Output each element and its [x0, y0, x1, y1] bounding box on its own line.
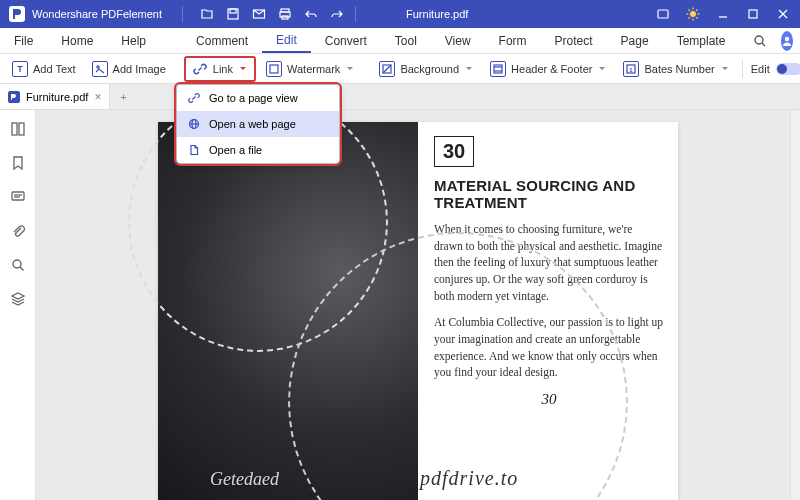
- chevron-down-icon[interactable]: [597, 64, 607, 74]
- save-icon[interactable]: [225, 6, 241, 22]
- add-image-button[interactable]: Add Image: [86, 58, 172, 80]
- watermark-icon: [266, 61, 282, 77]
- add-text-label: Add Text: [33, 63, 76, 75]
- vertical-scrollbar[interactable]: [790, 110, 800, 500]
- link-dropdown-menu: Go to a page view Open a web page Open a…: [176, 84, 340, 164]
- open-file-icon[interactable]: [199, 6, 215, 22]
- image-icon: [92, 61, 108, 77]
- edit-read-toggle[interactable]: [776, 63, 800, 75]
- menu-edit[interactable]: Edit: [262, 28, 311, 53]
- document-tabstrip: Furniture.pdf × +: [0, 84, 800, 110]
- document-canvas[interactable]: 30 MATERIAL SOURCING AND TREATMENT When …: [36, 110, 800, 500]
- svg-line-16: [696, 10, 697, 11]
- tab-label: Furniture.pdf: [26, 91, 88, 103]
- link-menu-goto-page[interactable]: Go to a page view: [177, 85, 339, 111]
- redo-icon[interactable]: [329, 6, 345, 22]
- title-bar: Wondershare PDFelement Furniture.pdf: [0, 0, 800, 28]
- link-file-icon: [187, 143, 201, 157]
- toolbar-right: Edit Read: [740, 60, 800, 78]
- new-tab-button[interactable]: +: [110, 84, 136, 109]
- menu-template[interactable]: Template: [663, 28, 740, 53]
- bates-number-button[interactable]: 1 Bates Number: [617, 58, 735, 80]
- maximize-icon[interactable]: [744, 5, 762, 23]
- svg-rect-18: [749, 10, 757, 18]
- svg-rect-2: [230, 9, 236, 13]
- search-panel-icon[interactable]: [9, 256, 27, 274]
- chevron-down-icon[interactable]: [345, 64, 355, 74]
- menu-view[interactable]: View: [431, 28, 485, 53]
- title-filename: Furniture.pdf: [406, 8, 468, 20]
- cloud-icon[interactable]: [654, 5, 672, 23]
- link-button[interactable]: Link: [186, 58, 254, 80]
- menu-bar: File Home Help Comment Edit Convert Tool…: [0, 28, 800, 54]
- document-tab[interactable]: Furniture.pdf ×: [0, 84, 110, 109]
- theme-icon[interactable]: [684, 5, 702, 23]
- add-image-label: Add Image: [113, 63, 166, 75]
- menu-page[interactable]: Page: [607, 28, 663, 53]
- menu-form[interactable]: Form: [485, 28, 541, 53]
- tab-close-icon[interactable]: ×: [94, 90, 101, 104]
- link-menu-label: Go to a page view: [209, 92, 298, 104]
- link-page-icon: [187, 91, 201, 105]
- svg-rect-28: [494, 65, 502, 73]
- chevron-down-icon[interactable]: [720, 64, 730, 74]
- app-name: Wondershare PDFelement: [32, 8, 162, 20]
- svg-point-23: [785, 36, 789, 40]
- svg-line-14: [696, 17, 697, 18]
- close-icon[interactable]: [774, 5, 792, 23]
- link-menu-open-file[interactable]: Open a file: [177, 137, 339, 163]
- svg-line-13: [689, 10, 690, 11]
- link-menu-label: Open a file: [209, 144, 262, 156]
- menu-help[interactable]: Help: [107, 28, 160, 53]
- watermark-label: Watermark: [287, 63, 340, 75]
- undo-icon[interactable]: [303, 6, 319, 22]
- bookmarks-icon[interactable]: [9, 154, 27, 172]
- link-icon: [192, 61, 208, 77]
- comments-icon[interactable]: [9, 188, 27, 206]
- quick-access-icons: [199, 6, 345, 22]
- menu-comment[interactable]: Comment: [182, 28, 262, 53]
- background-label: Background: [400, 63, 459, 75]
- header-footer-icon: [490, 61, 506, 77]
- chevron-down-icon[interactable]: [238, 64, 248, 74]
- bates-label: Bates Number: [644, 63, 714, 75]
- print-icon[interactable]: [277, 6, 293, 22]
- menu-convert[interactable]: Convert: [311, 28, 381, 53]
- bates-icon: 1: [623, 61, 639, 77]
- attachments-icon[interactable]: [9, 222, 27, 240]
- svg-rect-40: [12, 192, 24, 200]
- add-text-button[interactable]: T Add Text: [6, 58, 82, 80]
- watermark-button[interactable]: Watermark: [260, 58, 361, 80]
- header-footer-button[interactable]: Header & Footer: [484, 58, 613, 80]
- link-button-group: Link: [184, 56, 256, 82]
- link-web-icon: [187, 117, 201, 131]
- page-image-leather: [158, 122, 418, 500]
- menu-search-icon[interactable]: [739, 28, 781, 53]
- link-label: Link: [213, 63, 233, 75]
- menu-file[interactable]: File: [0, 28, 47, 53]
- svg-line-44: [20, 267, 24, 271]
- layers-icon[interactable]: [9, 290, 27, 308]
- svg-rect-38: [12, 123, 17, 135]
- menu-home[interactable]: Home: [47, 28, 107, 53]
- thumbnails-icon[interactable]: [9, 120, 27, 138]
- svg-point-8: [690, 11, 696, 17]
- minimize-icon[interactable]: [714, 5, 732, 23]
- pdf-doc-icon: [8, 91, 20, 103]
- background-button[interactable]: Background: [373, 58, 480, 80]
- mail-icon[interactable]: [251, 6, 267, 22]
- link-menu-open-web[interactable]: Open a web page: [177, 111, 339, 137]
- left-side-panel: [0, 110, 36, 500]
- content-area: 30 MATERIAL SOURCING AND TREATMENT When …: [0, 110, 800, 500]
- svg-rect-7: [658, 10, 668, 18]
- svg-line-15: [689, 17, 690, 18]
- chevron-down-icon[interactable]: [464, 64, 474, 74]
- watermark-right: pdfdrive.to: [420, 467, 518, 490]
- menu-tool[interactable]: Tool: [381, 28, 431, 53]
- edit-toolbar: T Add Text Add Image Link Watermark Back…: [0, 54, 800, 84]
- mode-edit-label: Edit: [751, 63, 770, 75]
- svg-text:1: 1: [630, 66, 634, 72]
- user-avatar[interactable]: [781, 31, 793, 51]
- menu-protect[interactable]: Protect: [541, 28, 607, 53]
- svg-line-22: [762, 43, 765, 46]
